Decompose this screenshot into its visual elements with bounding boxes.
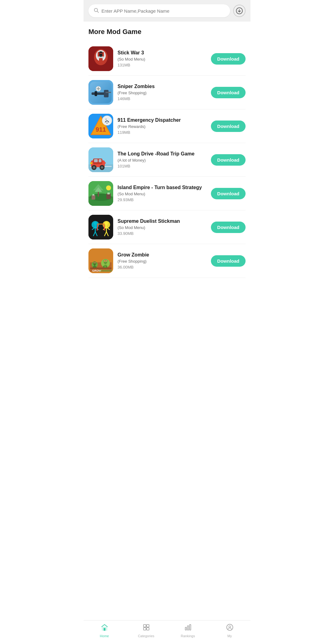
game-mod-stick-war-3: (So Mod Menu) xyxy=(118,57,207,61)
game-mod-911-emergency: (Free Rewards) xyxy=(118,124,207,129)
svg-rect-53 xyxy=(92,195,95,200)
svg-point-30 xyxy=(107,123,108,124)
svg-point-57 xyxy=(106,185,111,190)
game-size-long-drive: 101MB xyxy=(118,164,207,168)
svg-rect-99 xyxy=(187,626,189,630)
my-icon xyxy=(226,624,233,633)
svg-point-12 xyxy=(99,52,102,55)
svg-rect-58 xyxy=(88,215,113,239)
game-icon-long-drive xyxy=(88,147,113,172)
game-size-supreme-duelist: 33.90MB xyxy=(118,231,207,236)
game-size-island-empire: 29.93MB xyxy=(118,197,207,202)
game-info-long-drive: The Long Drive -Road Trip Game (A lot of… xyxy=(118,151,207,168)
download-button-911-emergency[interactable]: Download xyxy=(211,121,246,132)
svg-rect-20 xyxy=(105,92,111,93)
game-name-long-drive: The Long Drive -Road Trip Game xyxy=(118,151,207,157)
game-name-supreme-duelist: Supreme Duelist Stickman xyxy=(118,218,207,224)
download-button-sniper-zombies[interactable]: Download xyxy=(211,87,246,98)
svg-rect-11 xyxy=(102,52,104,57)
svg-point-13 xyxy=(100,53,101,54)
game-icon-stick-war-3 xyxy=(88,46,113,71)
game-info-911-emergency: 911 Emergency Dispatcher (Free Rewards) … xyxy=(118,117,207,135)
game-icon-sniper-zombies xyxy=(88,80,113,105)
svg-point-88 xyxy=(106,260,107,261)
game-item-long-drive: The Long Drive -Road Trip Game (A lot of… xyxy=(88,143,246,177)
svg-rect-94 xyxy=(143,625,146,627)
game-size-stick-war-3: 131MB xyxy=(118,63,207,67)
game-icon-911-emergency: 911 xyxy=(88,114,113,138)
game-name-stick-war-3: Stick War 3 xyxy=(118,50,207,56)
game-info-grow-zombie: Grow Zombie (Free Shopping) 36.00MB xyxy=(118,252,207,269)
svg-point-81 xyxy=(95,262,96,263)
game-mod-island-empire: (So Mod Menu) xyxy=(118,192,207,196)
download-button-supreme-duelist[interactable]: Download xyxy=(211,222,246,233)
download-button-stick-war-3[interactable]: Download xyxy=(211,53,246,65)
game-icon-grow-zombie: GROW ZOMBIES xyxy=(88,248,113,273)
game-icon-island-empire xyxy=(88,181,113,206)
global-download-button[interactable] xyxy=(233,5,246,17)
nav-label-rankings: Rankings xyxy=(181,634,195,638)
svg-rect-93 xyxy=(104,628,105,631)
svg-rect-8 xyxy=(99,58,103,64)
svg-point-41 xyxy=(93,167,95,168)
svg-point-44 xyxy=(101,167,103,168)
search-input[interactable] xyxy=(101,8,225,14)
svg-rect-19 xyxy=(95,91,97,96)
home-icon xyxy=(101,624,108,633)
game-mod-sniper-zombies: (Free Shopping) xyxy=(118,91,207,95)
game-size-grow-zombie: 36.00MB xyxy=(118,265,207,269)
game-item-island-empire: Island Empire - Turn based Strategy (So … xyxy=(88,177,246,210)
download-button-island-empire[interactable]: Download xyxy=(211,188,246,199)
bottom-nav: Home Categories Rankings xyxy=(84,620,250,644)
svg-rect-10 xyxy=(98,52,99,57)
svg-point-31 xyxy=(105,119,107,120)
svg-rect-45 xyxy=(90,162,92,164)
svg-point-87 xyxy=(104,260,105,261)
svg-rect-98 xyxy=(185,627,186,630)
content-area: More Mod Game Stick War 3 (So Mod Menu) … xyxy=(84,22,250,309)
svg-rect-96 xyxy=(143,628,146,630)
search-icon xyxy=(93,7,99,14)
nav-item-home[interactable]: Home xyxy=(84,624,125,638)
rankings-icon xyxy=(184,624,192,633)
svg-rect-89 xyxy=(90,268,112,269)
svg-rect-46 xyxy=(104,162,106,164)
download-button-long-drive[interactable]: Download xyxy=(211,154,246,166)
nav-item-rankings[interactable]: Rankings xyxy=(167,624,209,638)
svg-point-14 xyxy=(101,53,102,54)
game-info-stick-war-3: Stick War 3 (So Mod Menu) 131MB xyxy=(118,50,207,67)
svg-point-102 xyxy=(229,626,231,628)
game-size-sniper-zombies: 146MB xyxy=(118,96,207,101)
nav-item-categories[interactable]: Categories xyxy=(125,624,167,638)
download-button-grow-zombie[interactable]: Download xyxy=(211,255,246,267)
svg-text:ZOMBIES: ZOMBIES xyxy=(99,269,112,272)
svg-line-1 xyxy=(97,11,98,12)
game-name-sniper-zombies: Sniper Zombies xyxy=(118,84,207,89)
svg-text:911: 911 xyxy=(96,126,106,133)
header xyxy=(84,0,250,22)
svg-rect-37 xyxy=(94,159,98,162)
game-list: Stick War 3 (So Mod Menu) 131MB Download… xyxy=(88,42,246,278)
svg-point-101 xyxy=(227,624,233,630)
section-title: More Mod Game xyxy=(88,28,246,36)
game-mod-supreme-duelist: (So Mod Menu) xyxy=(118,225,207,230)
game-icon-supreme-duelist xyxy=(88,215,113,239)
svg-point-80 xyxy=(94,262,95,263)
game-info-sniper-zombies: Sniper Zombies (Free Shopping) 146MB xyxy=(118,84,207,101)
svg-rect-38 xyxy=(99,159,101,162)
game-name-grow-zombie: Grow Zombie xyxy=(118,252,207,258)
nav-label-my: My xyxy=(227,634,232,638)
svg-rect-18 xyxy=(104,90,109,97)
svg-rect-54 xyxy=(92,194,94,196)
game-item-supreme-duelist: Supreme Duelist Stickman (So Mod Menu) 3… xyxy=(88,210,246,244)
game-mod-grow-zombie: (Free Shopping) xyxy=(118,259,207,264)
search-bar[interactable] xyxy=(88,4,230,17)
nav-item-my[interactable]: My xyxy=(209,624,250,638)
nav-label-categories: Categories xyxy=(138,634,154,638)
game-info-supreme-duelist: Supreme Duelist Stickman (So Mod Menu) 3… xyxy=(118,218,207,236)
game-info-island-empire: Island Empire - Turn based Strategy (So … xyxy=(118,185,207,202)
nav-label-home: Home xyxy=(100,634,109,638)
game-name-911-emergency: 911 Emergency Dispatcher xyxy=(118,117,207,123)
game-item-911-emergency: 911 911 Emergency Dispatcher (Free Rewar… xyxy=(88,109,246,143)
game-name-island-empire: Island Empire - Turn based Strategy xyxy=(118,185,207,190)
